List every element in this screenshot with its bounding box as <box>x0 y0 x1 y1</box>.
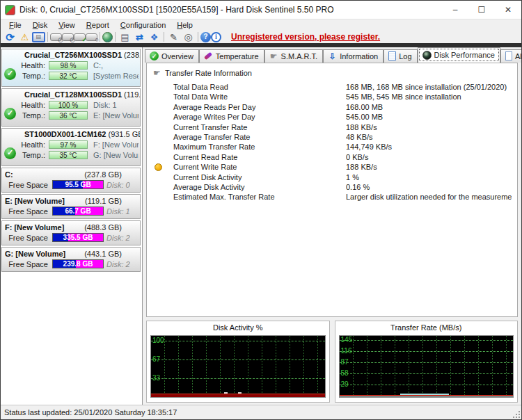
y-axis-tick: 33 <box>152 374 160 382</box>
refresh-report-icon[interactable]: ⇄ <box>132 31 147 43</box>
tab[interactable]: Overview <box>145 49 199 63</box>
resize-grip[interactable] <box>512 410 521 419</box>
write-rate-indicator-icon <box>155 163 162 171</box>
tab[interactable]: S.M.A.R.T. <box>264 49 324 63</box>
window-title: Disk: 0, Crucial_CT256MX100SSD1 [15020E5… <box>19 5 334 15</box>
metric-label: Total Data Read <box>173 82 346 92</box>
menu-item[interactable]: Help <box>171 20 198 30</box>
metric-label: Current Read Rate <box>173 152 346 162</box>
network-share-icon[interactable]: ❖ <box>147 31 161 43</box>
status-bar: Status last updated: 25/01/2020 Saturday… <box>1 405 521 419</box>
health-bar: 98 % <box>49 61 88 70</box>
disk-volumes-1: F: [New Volur <box>93 140 139 149</box>
y-axis-tick: 67 <box>152 355 160 363</box>
tab[interactable]: Information <box>323 49 383 63</box>
menu-item[interactable]: View <box>53 20 81 30</box>
disk-history-icon[interactable]: ◷ <box>50 33 62 41</box>
partition-entry[interactable]: E: [New Volume] (119.1 GB) Free Space 66… <box>1 194 141 219</box>
partition-entry[interactable]: C: (237.8 GB) Free Space 95.5 GB Disk: 0 <box>1 168 141 193</box>
transfer-rate-chart-panel: Transfer Rate (MB/s) 145116875829 <box>335 321 519 403</box>
free-space-label: Free Space <box>5 260 48 268</box>
performance-row: Average Reads Per Day 168.00 MB <box>152 102 512 112</box>
tab-icon <box>269 51 278 60</box>
disk-entry[interactable]: Crucial_CT128MX100SSD1 (119.2 GB) Health… <box>1 88 141 127</box>
metric-label: Current Write Rate <box>173 162 346 172</box>
report-icon[interactable]: ▤ <box>118 31 132 43</box>
disk-activity-chart-panel: Disk Activity % 1006733 <box>146 321 330 403</box>
disk-size: (238.5 GB) <box>124 51 141 59</box>
disk-size: (119.2 GB) <box>124 90 141 99</box>
health-ok-icon <box>4 147 16 159</box>
partition-disk-number: Disk: 1 <box>106 207 130 216</box>
network-disk-icon[interactable] <box>102 32 113 42</box>
disk-test-ok-icon[interactable]: ✓ <box>74 33 86 41</box>
tab[interactable]: Disk Performance <box>418 47 500 63</box>
close-button[interactable]: ✕ <box>495 1 521 19</box>
temp-label: Temp.: <box>19 111 45 120</box>
tab[interactable]: Log <box>383 49 417 63</box>
status-text: Status last updated: 25/01/2020 Saturday… <box>1 408 177 417</box>
tab-icon <box>388 51 396 60</box>
y-axis-tick: 87 <box>341 358 349 366</box>
sound-icon[interactable]: ◎ <box>181 31 196 43</box>
metric-label: Total Data Write <box>173 92 346 102</box>
metric-value: 144,749 KB/s <box>346 142 512 152</box>
disk-name: Crucial_CT256MX100SSD1 <box>24 51 122 59</box>
performance-row: Current Transfer Rate 188 KB/s <box>152 122 512 132</box>
y-axis-tick: 145 <box>341 336 353 344</box>
disk-name: ST1000DX001-1CM162 <box>24 130 106 138</box>
app-window: Disk: 0, Crucial_CT256MX100SSD1 [15020E5… <box>0 0 522 420</box>
partition-name: E: [New Volume] <box>5 197 65 205</box>
separator <box>113 31 118 43</box>
disk-entry[interactable]: ST1000DX001-1CM162 (931.5 GB) Disk: 2 He… <box>1 128 141 166</box>
free-space-value: 95.5 GB <box>53 181 103 189</box>
partition-size: (237.8 GB) <box>84 170 137 179</box>
free-space-label: Free Space <box>5 207 48 216</box>
y-axis-tick: 58 <box>341 369 349 377</box>
alert-icon[interactable]: ⚠ <box>17 31 32 43</box>
app-icon <box>5 5 15 15</box>
disk-monitor-icon[interactable]: ▤ <box>32 32 45 42</box>
metric-value: Larger disk utilization needed for the m… <box>346 192 512 202</box>
activity-series <box>151 394 325 397</box>
performance-row: Average Disk Activity 0.16 % <box>152 182 512 192</box>
minimize-button[interactable]: – <box>442 1 468 19</box>
partition-disk-number: Disk: 2 <box>106 234 130 242</box>
title-bar: Disk: 0, Crucial_CT256MX100SSD1 [15020E5… <box>1 1 521 19</box>
refresh-icon[interactable]: ⟳ <box>3 31 17 43</box>
health-label: Health: <box>19 140 45 149</box>
disk-size: (931.5 GB) <box>108 130 141 138</box>
disk-surface-test-icon[interactable]: ○ <box>86 33 97 41</box>
maximize-button[interactable]: ☐ <box>468 1 495 19</box>
metric-label: Estimated Max. Transfer Rate <box>173 192 346 202</box>
temp-label: Temp.: <box>19 151 45 159</box>
partition-entry[interactable]: F: [New Volume] (488.3 GB) Free Space 33… <box>1 220 141 245</box>
performance-row: Current Write Rate 188 KB/s <box>152 162 512 172</box>
health-ok-icon <box>4 68 16 80</box>
menu-item[interactable]: File <box>3 20 27 30</box>
disk-volumes-2: E: [New Volur <box>93 111 139 120</box>
partition-entry[interactable]: G: [New Volume] (443.1 GB) Free Space 23… <box>1 247 141 272</box>
metric-value: 0 KB/s <box>346 152 512 162</box>
tab[interactable]: Alerts <box>500 49 521 63</box>
settings-monitor-icon[interactable]: ✎ <box>166 31 181 43</box>
help-icon[interactable]: ? <box>200 32 211 42</box>
menu-item[interactable]: Report <box>81 20 115 30</box>
performance-row: Average Transfer Rate 48 KB/s <box>152 132 512 142</box>
info-icon[interactable]: i <box>211 32 221 42</box>
disk-schedule-icon[interactable]: ◷ <box>62 33 74 41</box>
health-ok-icon <box>4 108 16 120</box>
performance-row: Maximum Transfer Rate 144,749 KB/s <box>152 142 512 152</box>
disk-entry[interactable]: Crucial_CT256MX100SSD1 (238.5 GB) Disk: … <box>1 49 141 87</box>
menu-item[interactable]: Configuration <box>115 20 171 30</box>
free-space-value: 66.7 GB <box>53 207 103 216</box>
performance-row: Current Read Rate 0 KB/s <box>152 152 512 162</box>
free-space-bar: 335.5 GB <box>52 233 104 242</box>
menu-item[interactable]: Disk <box>27 20 53 30</box>
metric-value: 48 KB/s <box>346 132 512 142</box>
register-link[interactable]: Unregistered version, please register. <box>231 32 380 42</box>
separator <box>45 31 50 43</box>
performance-row: Current Disk Activity 1 % <box>152 172 512 182</box>
tab[interactable]: Temperature <box>199 49 264 63</box>
temp-bar: 32 °C <box>49 72 88 80</box>
